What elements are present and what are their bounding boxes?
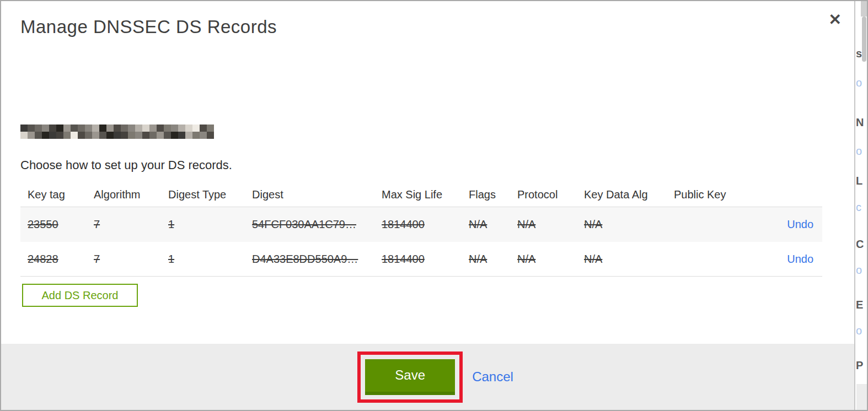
table-cell: 24828: [28, 253, 94, 266]
column-header: Protocol: [517, 188, 584, 201]
table-cell: 7: [94, 253, 168, 266]
table-cell: N/A: [584, 218, 674, 231]
table-cell: 1814400: [382, 253, 469, 266]
ds-records-table: Key tagAlgorithmDigest TypeDigestMax Sig…: [20, 183, 822, 277]
background-text-fragment: o: [856, 264, 862, 275]
table-row: 235507154FCF030AA1C79…1814400N/AN/AN/AUn…: [20, 207, 822, 242]
background-footer-fragment: [856, 384, 867, 410]
background-text-fragment: o: [856, 145, 862, 156]
background-page-sliver: soNoLcCoEoP: [856, 1, 867, 410]
instruction-text: Choose how to set up your DS records.: [20, 158, 232, 172]
column-header: Flags: [469, 188, 517, 201]
background-text-fragment: L: [856, 175, 862, 186]
background-text-fragment: c: [856, 202, 861, 213]
manage-dnssec-modal: Manage DNSSEC DS Records ✕ Choose how to…: [1, 1, 855, 410]
redacted-domain-name: [20, 125, 214, 139]
table-cell: 1: [168, 218, 252, 231]
table-cell: 54FCF030AA1C79…: [252, 218, 382, 231]
page-title: Manage DNSSEC DS Records: [20, 17, 277, 37]
table-cell: N/A: [584, 253, 674, 266]
background-text-fragment: o: [856, 77, 862, 88]
screenshot-frame: Manage DNSSEC DS Records ✕ Choose how to…: [0, 0, 868, 411]
column-header: Public Key: [674, 188, 773, 201]
column-header: Max Sig Life: [382, 188, 469, 201]
add-ds-record-button[interactable]: Add DS Record: [22, 284, 138, 307]
scrollbar-thumb[interactable]: [862, 17, 866, 62]
modal-footer: Save Cancel: [1, 344, 855, 410]
table-body: 235507154FCF030AA1C79…1814400N/AN/AN/AUn…: [20, 207, 822, 277]
column-header: Algorithm: [94, 188, 168, 201]
background-text-fragment: o: [856, 325, 862, 336]
save-button[interactable]: Save: [365, 359, 455, 395]
undo-link[interactable]: Undo: [787, 253, 813, 265]
background-text-fragment: P: [856, 360, 863, 371]
column-header: Key Data Alg: [584, 188, 674, 201]
column-header: Digest Type: [168, 188, 252, 201]
background-text-fragment: N: [856, 117, 864, 128]
table-cell: 1: [168, 253, 252, 266]
background-text-fragment: E: [856, 299, 863, 310]
background-header-fragment: [861, 1, 867, 17]
table-cell: 7: [94, 218, 168, 231]
column-header: Digest: [252, 188, 382, 201]
close-icon[interactable]: ✕: [829, 12, 842, 28]
undo-link[interactable]: Undo: [787, 218, 813, 230]
red-highlight-annotation: Save: [357, 351, 463, 403]
table-header-row: Key tagAlgorithmDigest TypeDigestMax Sig…: [20, 183, 822, 207]
table-cell: N/A: [517, 253, 584, 266]
table-cell: D4A33E8DD550A9…: [252, 253, 382, 266]
cancel-link[interactable]: Cancel: [472, 369, 513, 385]
table-row: 2482871D4A33E8DD550A9…1814400N/AN/AN/AUn…: [20, 242, 822, 277]
table-cell: N/A: [517, 218, 584, 231]
table-cell: 23550: [28, 218, 94, 231]
background-text-fragment: C: [856, 239, 864, 250]
background-text-fragment: s: [856, 48, 862, 59]
table-cell: N/A: [469, 218, 517, 231]
table-cell: N/A: [469, 253, 517, 266]
column-header: Key tag: [28, 188, 94, 201]
table-cell: 1814400: [382, 218, 469, 231]
